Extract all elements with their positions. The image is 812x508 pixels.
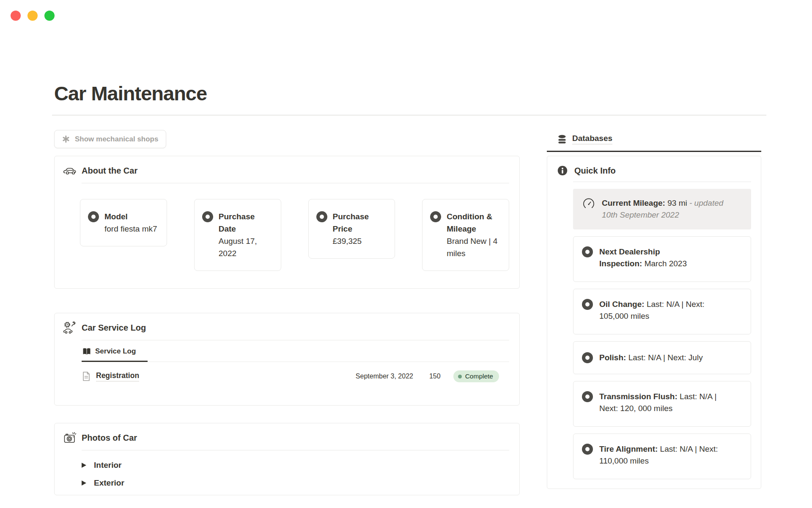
item-label: Tire Alignment: bbox=[599, 444, 658, 453]
record-circle-icon bbox=[582, 444, 593, 455]
about-item-label: Purchase Price bbox=[333, 210, 387, 235]
section-title: Photos of Car bbox=[82, 433, 137, 443]
window-controls bbox=[11, 11, 55, 21]
about-item-value: ford fiesta mk7 bbox=[104, 223, 157, 235]
item-label: Transmission Flush: bbox=[599, 392, 678, 401]
section-divider bbox=[82, 340, 509, 340]
record-circle-icon bbox=[582, 391, 593, 402]
section-title: Car Service Log bbox=[82, 323, 146, 333]
record-circle-icon bbox=[582, 352, 593, 363]
record-circle-icon bbox=[582, 299, 593, 310]
item-value: March 2023 bbox=[645, 259, 687, 268]
quick-info-item-inspection: Next Dealership Inspection:March 2023 bbox=[573, 236, 751, 282]
quick-info-header: Quick Info bbox=[557, 165, 751, 177]
about-item-value: £39,325 bbox=[333, 235, 387, 247]
record-circle-icon bbox=[316, 211, 327, 222]
quick-info-title: Quick Info bbox=[574, 166, 616, 176]
toggle-exterior[interactable]: Exterior bbox=[82, 478, 509, 489]
quick-info-item-polish: Polish:Last: N/A | Next: July bbox=[573, 341, 751, 374]
current-mileage-callout: Current Mileage:93 mi- updated 10th Sept… bbox=[573, 189, 751, 229]
show-mechanical-shops-button[interactable]: Show mechanical shops bbox=[54, 130, 166, 148]
table-row: Registration September 3, 2022 150 Compl… bbox=[82, 370, 499, 382]
gauge-icon bbox=[582, 197, 595, 210]
record-circle-icon bbox=[582, 246, 593, 257]
mileage-label: Current Mileage: bbox=[602, 199, 665, 207]
registration-page-link[interactable]: Registration bbox=[96, 371, 139, 381]
item-value: Last: N/A | Next: July bbox=[628, 353, 703, 362]
databases-link[interactable]: Databases bbox=[572, 134, 612, 144]
about-item-value: August 17, 2022 bbox=[219, 235, 273, 260]
show-mechanical-shops-label: Show mechanical shops bbox=[75, 135, 158, 144]
asterisk-icon bbox=[62, 135, 69, 143]
car-icon bbox=[63, 166, 77, 176]
about-item-label: Model bbox=[104, 210, 157, 223]
title-divider bbox=[52, 115, 766, 116]
section-header: Photos of Car bbox=[63, 432, 509, 444]
minimize-button[interactable] bbox=[27, 11, 38, 21]
quick-info-item-transmission-flush: Transmission Flush:Last: N/A | Next: 120… bbox=[573, 381, 751, 427]
about-item-condition-mileage: Condition & Mileage Brand New | 4 miles bbox=[422, 199, 509, 271]
toggle-label: Exterior bbox=[94, 478, 124, 488]
zoom-button[interactable] bbox=[44, 11, 55, 21]
close-button[interactable] bbox=[11, 11, 21, 21]
toggle-interior[interactable]: Interior bbox=[82, 460, 509, 471]
section-title: About the Car bbox=[82, 166, 137, 176]
page-icon bbox=[82, 371, 91, 381]
status-dot-icon bbox=[458, 375, 462, 378]
section-divider bbox=[82, 183, 509, 183]
section-divider bbox=[82, 450, 509, 450]
about-item-purchase-date: Purchase Date August 17, 2022 bbox=[194, 199, 281, 271]
about-item-model: Model ford fiesta mk7 bbox=[80, 199, 167, 246]
databases-divider bbox=[547, 151, 761, 152]
about-item-label: Condition & Mileage bbox=[447, 210, 501, 235]
item-label: Polish: bbox=[599, 353, 626, 362]
record-circle-icon bbox=[430, 211, 441, 222]
car-repair-icon bbox=[63, 321, 77, 334]
item-label: Oil Change: bbox=[599, 300, 645, 309]
photos-of-car-card: Photos of Car Interior Exterior bbox=[54, 423, 520, 495]
about-items-row: Model ford fiesta mk7 Purchase Date Augu… bbox=[80, 199, 509, 271]
triangle-right-icon bbox=[82, 480, 86, 486]
tab-label: Service Log bbox=[95, 347, 136, 356]
camera-icon bbox=[63, 432, 77, 444]
database-icon bbox=[557, 135, 567, 144]
record-circle-icon bbox=[88, 211, 99, 222]
about-item-value: Brand New | 4 miles bbox=[447, 235, 501, 260]
triangle-right-icon bbox=[82, 463, 86, 468]
record-circle-icon bbox=[202, 211, 213, 222]
tab-service-log[interactable]: Service Log bbox=[82, 347, 148, 362]
service-date: September 3, 2022 bbox=[356, 373, 413, 380]
quick-info-item-tire-alignment: Tire Alignment:Last: N/A | Next: 110,000… bbox=[573, 433, 751, 479]
toggle-label: Interior bbox=[94, 461, 121, 470]
car-service-log-card: Car Service Log Service Log Registration… bbox=[54, 313, 520, 406]
quick-info-card: Quick Info Current Mileage:93 mi- update… bbox=[547, 156, 761, 489]
status-badge: Complete bbox=[453, 370, 499, 382]
service-log-tabs: Service Log bbox=[82, 347, 509, 362]
section-divider bbox=[573, 182, 751, 182]
section-header: About the Car bbox=[63, 165, 509, 177]
mileage-value: 93 mi bbox=[667, 199, 687, 207]
about-the-car-card: About the Car Model ford fiesta mk7 Purc… bbox=[54, 156, 520, 289]
status-label: Complete bbox=[465, 373, 493, 380]
quick-info-item-oil-change: Oil Change:Last: N/A | Next: 105,000 mil… bbox=[573, 289, 751, 334]
section-header: Car Service Log bbox=[63, 322, 509, 334]
about-item-purchase-price: Purchase Price £39,325 bbox=[308, 199, 395, 259]
about-item-label: Purchase Date bbox=[219, 210, 273, 235]
page-title: Car Maintenance bbox=[54, 82, 207, 105]
book-icon bbox=[82, 348, 91, 356]
service-mileage-value: 150 bbox=[429, 373, 441, 380]
info-icon bbox=[557, 165, 568, 176]
databases-header: Databases bbox=[557, 134, 612, 144]
